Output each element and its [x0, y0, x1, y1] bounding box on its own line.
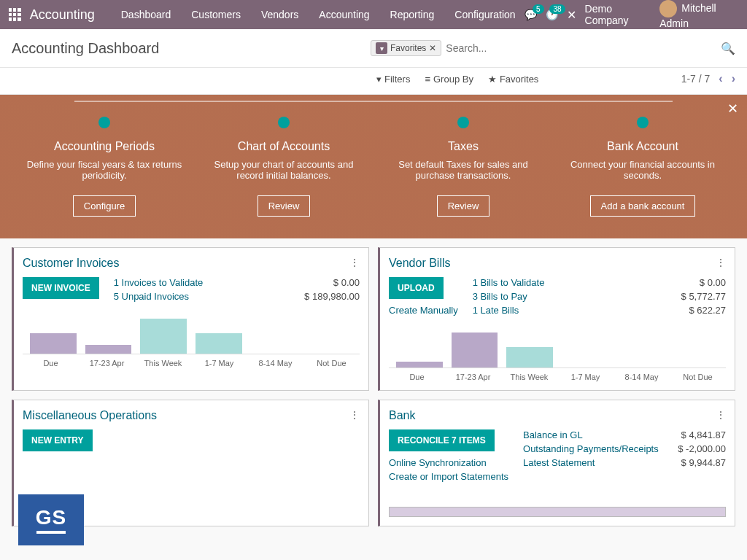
create-manually-link[interactable]: Create Manually	[389, 305, 458, 316]
card-menu-icon[interactable]: ⋮	[716, 409, 726, 421]
activity-icon[interactable]: 🕐38	[546, 9, 558, 20]
card-bank: ⋮ Bank RECONCILE 7 ITEMS Online Synchron…	[378, 400, 735, 526]
card-menu-icon[interactable]: ⋮	[716, 257, 726, 268]
nav-menu: Dashboard Customers Vendors Accounting R…	[112, 3, 525, 26]
pager-prev[interactable]: ‹	[719, 72, 722, 85]
nav-accounting[interactable]: Accounting	[310, 3, 378, 26]
card-title[interactable]: Miscellaneous Operations	[23, 409, 360, 422]
brand[interactable]: Accounting	[30, 7, 95, 23]
onboarding-banner: ✕ Accounting Periods Define your fiscal …	[0, 95, 747, 238]
bills-chart	[389, 332, 726, 368]
step-taxes: Taxes Set default Taxes for sales and pu…	[374, 117, 553, 217]
step-dot-icon	[278, 117, 290, 128]
avatar	[659, 0, 677, 18]
chip-remove-icon[interactable]: ✕	[429, 43, 436, 53]
upload-button[interactable]: UPLOAD	[389, 277, 444, 299]
review-button[interactable]: Review	[258, 195, 311, 217]
stat-label[interactable]: 5 Unpaid Invoices	[114, 291, 189, 302]
stat-label[interactable]: 1 Invoices to Validate	[114, 277, 204, 288]
configure-button[interactable]: Configure	[73, 195, 136, 217]
chat-icon[interactable]: 💬5	[525, 9, 537, 20]
step-bank-account: Bank Account Connect your financial acco…	[553, 117, 732, 217]
invoice-chart	[23, 318, 360, 354]
card-title[interactable]: Vendor Bills	[389, 257, 726, 270]
bank-progress-bar	[389, 507, 726, 517]
stat-label[interactable]: Outstanding Payments/Receipts	[523, 443, 659, 454]
apps-icon[interactable]	[9, 8, 21, 21]
page-title: Accounting Dashboard	[12, 40, 159, 57]
groupby-button[interactable]: ≡ Group By	[425, 74, 473, 85]
step-dot-icon	[98, 117, 110, 128]
company-selector[interactable]: Demo Company	[585, 3, 651, 26]
stat-label[interactable]: 1 Bills to Validate	[473, 277, 545, 288]
search-chip-favorites[interactable]: ▾Favorites ✕	[371, 40, 441, 56]
user-menu[interactable]: Mitchell Admin	[659, 0, 738, 29]
chart-labels: Due17-23 AprThis Week1-7 May8-14 MayNot …	[23, 359, 360, 368]
step-dot-icon	[457, 117, 469, 128]
card-title[interactable]: Customer Invoices	[23, 257, 360, 270]
nav-dashboard[interactable]: Dashboard	[112, 3, 180, 26]
favorites-button[interactable]: ★ Favorites	[488, 74, 538, 85]
filters-button[interactable]: ▾ Filters	[376, 74, 410, 85]
reconcile-button[interactable]: RECONCILE 7 ITEMS	[389, 429, 495, 451]
pager-text: 1-7 / 7	[681, 73, 711, 85]
gs-badge[interactable]: GS	[18, 494, 84, 545]
bar[interactable]	[396, 362, 443, 368]
review-button[interactable]: Review	[437, 195, 490, 217]
step-dot-icon	[637, 117, 649, 128]
top-nav: Accounting Dashboard Customers Vendors A…	[0, 0, 747, 29]
nav-vendors[interactable]: Vendors	[252, 3, 307, 26]
nav-reporting[interactable]: Reporting	[382, 3, 444, 26]
search-input[interactable]	[441, 38, 721, 58]
card-customer-invoices: ⋮ Customer Invoices NEW INVOICE 1 Invoic…	[12, 247, 369, 391]
nav-configuration[interactable]: Configuration	[446, 3, 524, 26]
bar[interactable]	[30, 333, 77, 354]
bar[interactable]	[506, 347, 553, 368]
card-vendor-bills: ⋮ Vendor Bills UPLOAD Create Manually 1 …	[378, 247, 735, 391]
search-icon[interactable]: 🔍	[721, 42, 735, 55]
new-invoice-button[interactable]: NEW INVOICE	[23, 277, 99, 299]
bar[interactable]	[85, 345, 132, 354]
pager-next[interactable]: ›	[732, 72, 735, 85]
stat-label[interactable]: Balance in GL	[523, 429, 583, 440]
subheader: Accounting Dashboard ▾Favorites ✕ 🔍	[0, 29, 747, 68]
close-icon[interactable]: ✕	[727, 101, 738, 117]
dashboard-grid: ⋮ Customer Invoices NEW INVOICE 1 Invoic…	[0, 238, 747, 535]
stat-label[interactable]: 1 Late Bills	[473, 305, 519, 316]
step-chart-of-accounts: Chart of Accounts Setup your chart of ac…	[194, 117, 374, 217]
chart-labels: Due17-23 AprThis Week1-7 May8-14 MayNot …	[389, 373, 726, 381]
tools-icon[interactable]: ✕	[567, 8, 576, 22]
stat-label[interactable]: Latest Statement	[523, 457, 595, 468]
search-area: ▾Favorites ✕ 🔍	[371, 38, 735, 58]
online-sync-link[interactable]: Online Synchronization	[389, 457, 508, 468]
card-title[interactable]: Bank	[389, 409, 726, 422]
card-menu-icon[interactable]: ⋮	[349, 257, 360, 268]
add-bank-button[interactable]: Add a bank account	[590, 195, 696, 217]
bar[interactable]	[196, 333, 242, 354]
stat-label[interactable]: 3 Bills to Pay	[473, 291, 527, 302]
control-bar: ▾ Filters ≡ Group By ★ Favorites 1-7 / 7…	[0, 68, 747, 95]
step-accounting-periods: Accounting Periods Define your fiscal ye…	[15, 117, 194, 217]
new-entry-button[interactable]: NEW ENTRY	[23, 429, 93, 451]
bar[interactable]	[452, 332, 498, 368]
import-statements-link[interactable]: Create or Import Statements	[389, 471, 508, 482]
card-menu-icon[interactable]: ⋮	[349, 409, 360, 421]
bar[interactable]	[140, 319, 187, 354]
filter-icon: ▾	[376, 42, 387, 54]
nav-customers[interactable]: Customers	[182, 3, 249, 26]
